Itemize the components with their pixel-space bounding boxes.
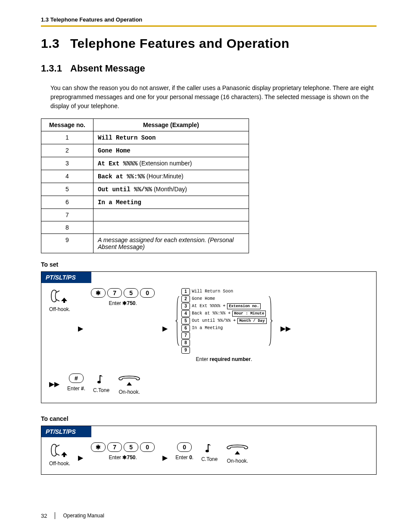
to-cancel-label: To cancel bbox=[41, 415, 377, 422]
step-ctone: C.Tone bbox=[93, 373, 109, 393]
key-star: ✱ bbox=[91, 442, 106, 452]
enter-required-caption: Enter required number. bbox=[196, 356, 252, 362]
table-row: 3 At Ext %%%% (Extension number) bbox=[41, 157, 249, 170]
msg-no: 8 bbox=[41, 221, 93, 234]
enter-hash-caption: Enter #. bbox=[67, 386, 85, 392]
subsection-title: Absent Message bbox=[70, 63, 145, 74]
offhook-icon bbox=[50, 442, 70, 458]
ctone-caption: C.Tone bbox=[201, 456, 218, 462]
msg-text: A message assigned for each extension. (… bbox=[98, 236, 234, 250]
svg-marker-3 bbox=[127, 382, 132, 386]
onhook-icon bbox=[117, 373, 141, 386]
col-message-no: Message no. bbox=[41, 119, 93, 131]
key-0: 0 bbox=[177, 442, 192, 452]
svg-marker-4 bbox=[61, 452, 67, 455]
msg-no: 2 bbox=[41, 144, 93, 157]
msg-text: At Ext %%%% bbox=[98, 160, 137, 167]
arrow-icon: ▶ bbox=[162, 454, 168, 461]
step-offhook: Off-hook. bbox=[49, 442, 70, 467]
msg-note: (Month/Day) bbox=[152, 186, 187, 193]
svg-rect-5 bbox=[63, 455, 65, 457]
table-row: 6 In a Meeting bbox=[41, 196, 249, 209]
step-onhook: On-hook. bbox=[225, 442, 249, 464]
svg-point-6 bbox=[206, 450, 209, 452]
msg-text: Back at %%:%% bbox=[98, 173, 145, 180]
onhook-caption: On-hook. bbox=[118, 389, 140, 395]
onhook-icon bbox=[225, 442, 249, 455]
msg-no: 5 bbox=[41, 183, 93, 196]
enter-0-caption: Enter 0. bbox=[175, 454, 193, 460]
arrow-double-icon: ▶▶ bbox=[280, 325, 291, 332]
key-0: 0 bbox=[140, 442, 155, 452]
table-header-row: Message no. Message (Example) bbox=[41, 119, 249, 131]
running-header: 1.3 Telephone Features and Operation bbox=[41, 16, 377, 23]
step-onhook: On-hook. bbox=[117, 373, 141, 395]
svg-marker-0 bbox=[61, 298, 67, 301]
to-set-flow: PT/SLT/PS Off-hook. ▶ bbox=[41, 271, 377, 403]
col-message-example: Message (Example) bbox=[93, 119, 249, 131]
page-number: 32 bbox=[41, 513, 47, 519]
onhook-caption: On-hook. bbox=[227, 458, 248, 464]
subsection-number: 1.3.1 bbox=[41, 63, 70, 74]
offhook-caption: Off-hook. bbox=[49, 306, 70, 312]
arrow-icon: ▶ bbox=[78, 454, 83, 461]
key-7: 7 bbox=[107, 442, 122, 452]
key-5: 5 bbox=[124, 442, 138, 452]
svg-marker-7 bbox=[235, 451, 240, 454]
step-ctone: C.Tone bbox=[201, 442, 218, 462]
flow-tab: PT/SLT/PS bbox=[41, 426, 91, 437]
arrow-icon: ▶ bbox=[162, 325, 168, 332]
options-list: 1Will Return Soon 2Gone Home 3At Ext %%%… bbox=[181, 288, 266, 354]
msg-text: In a Meeting bbox=[98, 199, 141, 206]
svg-point-2 bbox=[97, 381, 101, 383]
key-5: 5 bbox=[124, 288, 138, 298]
msg-text: Will Return Soon bbox=[98, 134, 156, 141]
msg-text bbox=[93, 221, 249, 234]
page-footer: 32 Operating Manual bbox=[41, 512, 104, 519]
doc-title: Operating Manual bbox=[63, 513, 104, 519]
table-row: 7 bbox=[41, 209, 249, 221]
msg-note: (Hour:Minute) bbox=[145, 173, 183, 180]
key-0: 0 bbox=[140, 288, 155, 298]
msg-text: Out until %%/%% bbox=[98, 186, 152, 193]
offhook-icon bbox=[50, 288, 70, 304]
msg-no: 1 bbox=[41, 131, 93, 144]
note-icon bbox=[97, 373, 106, 385]
brace-left-icon bbox=[175, 296, 180, 346]
msg-text bbox=[93, 209, 249, 221]
ctone-caption: C.Tone bbox=[93, 387, 109, 393]
msg-no: 3 bbox=[41, 157, 93, 170]
section-number: 1.3 bbox=[41, 36, 70, 51]
key-hash: # bbox=[69, 373, 84, 383]
brace-right-icon bbox=[268, 296, 273, 346]
key-7: 7 bbox=[107, 288, 122, 298]
arrow-double-icon: ▶▶ bbox=[49, 381, 59, 388]
table-row: 5 Out until %%/%% (Month/Day) bbox=[41, 183, 249, 196]
table-row: 2 Gone Home bbox=[41, 144, 249, 157]
step-enter-750: ✱ 7 5 0 Enter ✱750. bbox=[91, 288, 155, 306]
section-title: Telephone Features and Operation bbox=[70, 36, 290, 50]
msg-no: 7 bbox=[41, 209, 93, 221]
table-row: 4 Back at %%:%% (Hour:Minute) bbox=[41, 170, 249, 183]
table-row: 8 bbox=[41, 221, 249, 234]
msg-text: Gone Home bbox=[98, 147, 131, 154]
arrow-icon: ▶ bbox=[78, 325, 83, 332]
message-table: Message no. Message (Example) 1 Will Ret… bbox=[41, 118, 249, 253]
svg-rect-1 bbox=[63, 301, 65, 303]
to-cancel-flow: PT/SLT/PS Off-hook. ▶ ✱ bbox=[41, 426, 377, 475]
step-enter-750: ✱ 7 5 0 Enter ✱750. bbox=[91, 442, 155, 460]
msg-no: 4 bbox=[41, 170, 93, 183]
footer-divider bbox=[55, 512, 55, 519]
header-rule bbox=[41, 25, 377, 27]
section-heading: 1.3Telephone Features and Operation bbox=[41, 36, 377, 51]
msg-note: (Extension number) bbox=[137, 160, 192, 167]
enter-750-caption: Enter ✱750. bbox=[109, 454, 137, 460]
table-row: 9 A message assigned for each extension.… bbox=[41, 234, 249, 253]
flow-tab: PT/SLT/PS bbox=[41, 272, 91, 283]
table-row: 1 Will Return Soon bbox=[41, 131, 249, 144]
msg-no: 6 bbox=[41, 196, 93, 209]
subsection-heading: 1.3.1Absent Message bbox=[41, 63, 377, 74]
step-offhook: Off-hook. bbox=[49, 288, 70, 312]
intro-paragraph: You can show the reason you do not answe… bbox=[50, 84, 377, 111]
key-star: ✱ bbox=[91, 288, 106, 298]
